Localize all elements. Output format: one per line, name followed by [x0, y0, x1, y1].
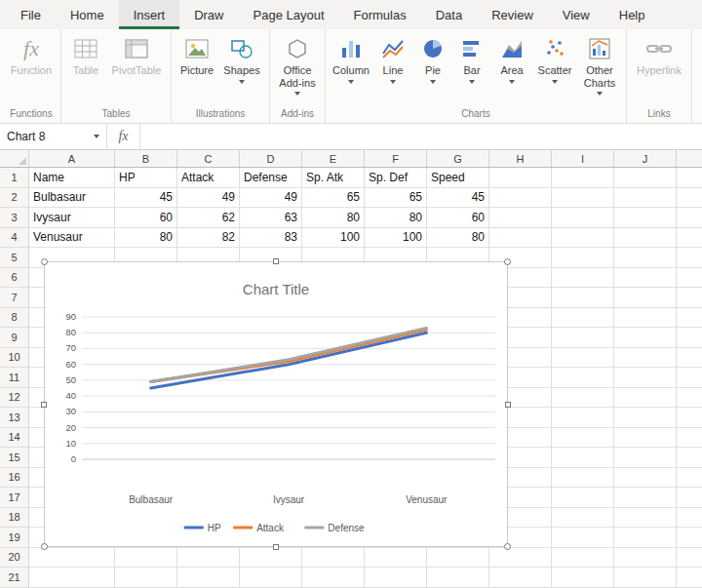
cell-i6[interactable] — [552, 268, 614, 289]
cell-a21[interactable] — [29, 568, 115, 588]
cell-i13[interactable] — [552, 408, 614, 428]
cell-j6[interactable] — [614, 268, 677, 289]
cell-i16[interactable] — [552, 468, 614, 489]
row-header-19[interactable]: 19 — [0, 528, 29, 548]
row-header-14[interactable]: 14 — [0, 428, 29, 449]
column-header-i[interactable]: I — [552, 150, 614, 167]
cell-i12[interactable] — [552, 388, 614, 409]
pie-chart-button[interactable]: Pie — [413, 29, 452, 84]
cell-f20[interactable] — [365, 548, 427, 568]
row-header-9[interactable]: 9 — [0, 328, 29, 348]
cell-i1[interactable] — [552, 168, 614, 188]
area-chart-button[interactable]: Area — [491, 29, 532, 84]
cell-j1[interactable] — [614, 168, 677, 188]
selection-handle-middle-right[interactable] — [505, 402, 511, 408]
cell-i7[interactable] — [552, 288, 614, 308]
tab-home[interactable]: Home — [56, 0, 119, 29]
bar-chart-button[interactable]: Bar — [452, 29, 491, 84]
cell-e3[interactable]: 80 — [302, 208, 365, 228]
cell-g20[interactable] — [427, 548, 489, 568]
picture-button[interactable]: Picture — [176, 29, 218, 77]
cell-f3[interactable]: 80 — [365, 208, 427, 228]
cell-e4[interactable]: 100 — [302, 228, 365, 249]
cell-j9[interactable] — [614, 328, 677, 348]
cell-e21[interactable] — [302, 568, 365, 588]
column-header-e[interactable]: E — [302, 150, 365, 167]
tab-review[interactable]: Review — [477, 0, 548, 29]
cell-i10[interactable] — [552, 348, 614, 369]
cell-c20[interactable] — [177, 548, 240, 568]
column-header-a[interactable]: A — [29, 150, 115, 167]
cell-j4[interactable] — [614, 228, 677, 249]
row-header-5[interactable]: 5 — [0, 248, 29, 268]
cell-d20[interactable] — [240, 548, 302, 568]
chart-title[interactable]: Chart Title — [243, 281, 309, 297]
cell-j20[interactable] — [614, 548, 677, 568]
cell-f21[interactable] — [365, 568, 427, 588]
cell-j3[interactable] — [614, 208, 677, 228]
insert-function-button[interactable]: fx — [107, 124, 140, 149]
cell-h1[interactable] — [489, 168, 552, 188]
cell-d21[interactable] — [240, 568, 302, 588]
column-header-j[interactable]: J — [614, 150, 677, 167]
row-header-15[interactable]: 15 — [0, 448, 29, 468]
cell-e2[interactable]: 65 — [302, 188, 365, 209]
cell-g4[interactable]: 80 — [427, 228, 489, 249]
cell-i17[interactable] — [552, 488, 614, 508]
select-all-corner[interactable] — [0, 150, 29, 167]
cell-j11[interactable] — [614, 368, 677, 388]
line-chart-button[interactable]: Line — [372, 29, 413, 84]
row-header-10[interactable]: 10 — [0, 348, 29, 369]
cell-d4[interactable]: 83 — [240, 228, 302, 249]
column-chart-button[interactable]: Column — [330, 29, 372, 84]
cell-d2[interactable]: 49 — [240, 188, 302, 209]
row-header-1[interactable]: 1 — [0, 168, 29, 188]
name-box[interactable]: Chart 8 — [0, 124, 107, 149]
cell-i20[interactable] — [552, 548, 614, 568]
cell-i5[interactable] — [552, 248, 614, 268]
cell-c1[interactable]: Attack — [177, 168, 240, 188]
cell-j19[interactable] — [614, 528, 677, 548]
cell-b3[interactable]: 60 — [115, 208, 177, 228]
cell-c3[interactable]: 62 — [177, 208, 240, 228]
cell-g2[interactable]: 45 — [427, 188, 489, 209]
column-header-h[interactable]: H — [489, 150, 552, 167]
cell-j12[interactable] — [614, 388, 677, 409]
tab-insert[interactable]: Insert — [119, 0, 180, 29]
cell-i21[interactable] — [552, 568, 614, 588]
cell-i9[interactable] — [552, 328, 614, 348]
tab-draw[interactable]: Draw — [179, 0, 238, 29]
cell-b2[interactable]: 45 — [115, 188, 177, 209]
legend-label-defense[interactable]: Defense — [328, 523, 365, 533]
row-header-3[interactable]: 3 — [0, 208, 29, 228]
scatter-chart-button[interactable]: Scatter — [532, 29, 577, 84]
column-header-b[interactable]: B — [115, 150, 177, 167]
cell-c21[interactable] — [177, 568, 240, 588]
cell-f1[interactable]: Sp. Def — [365, 168, 427, 188]
cell-c2[interactable]: 49 — [177, 188, 240, 209]
selection-handle-middle-left[interactable] — [41, 402, 47, 408]
formula-input[interactable] — [140, 124, 702, 149]
cell-j13[interactable] — [614, 408, 677, 428]
column-header-g[interactable]: G — [427, 150, 489, 167]
cell-g1[interactable]: Speed — [427, 168, 489, 188]
selection-handle-top-middle[interactable] — [273, 258, 279, 264]
series-line-defense[interactable] — [151, 328, 427, 381]
cell-i4[interactable] — [552, 228, 614, 249]
cell-f4[interactable]: 100 — [365, 228, 427, 249]
cell-j10[interactable] — [614, 348, 677, 369]
tab-data[interactable]: Data — [421, 0, 477, 29]
cell-h2[interactable] — [489, 188, 552, 209]
cell-i3[interactable] — [552, 208, 614, 228]
cell-a3[interactable]: Ivysaur — [29, 208, 115, 228]
cell-b1[interactable]: HP — [115, 168, 177, 188]
cell-g21[interactable] — [427, 568, 489, 588]
cell-d1[interactable]: Defense — [240, 168, 302, 188]
cell-e20[interactable] — [302, 548, 365, 568]
selection-handle-bottom-left[interactable] — [41, 543, 48, 550]
tab-file[interactable]: File — [6, 0, 56, 29]
cell-h3[interactable] — [489, 208, 552, 228]
cell-j14[interactable] — [614, 428, 677, 449]
cell-j15[interactable] — [614, 448, 677, 468]
row-header-6[interactable]: 6 — [0, 268, 29, 289]
